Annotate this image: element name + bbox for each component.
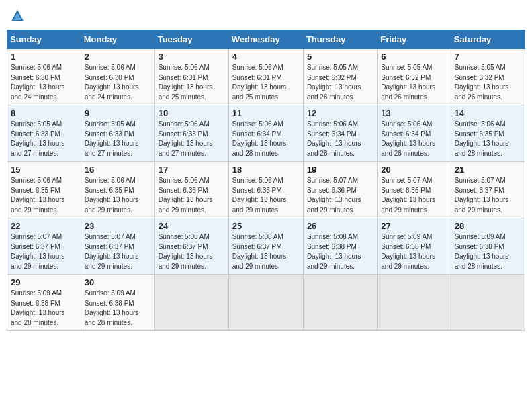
day-info: Sunrise: 5:06 AM Sunset: 6:33 PM Dayligh…: [159, 120, 225, 158]
day-info: Sunrise: 5:08 AM Sunset: 6:37 PM Dayligh…: [159, 232, 225, 271]
calendar-cell: 21Sunrise: 5:07 AM Sunset: 6:37 PM Dayli…: [451, 162, 525, 218]
calendar-cell: 27Sunrise: 5:09 AM Sunset: 6:38 PM Dayli…: [378, 218, 451, 275]
day-info: Sunrise: 5:06 AM Sunset: 6:35 PM Dayligh…: [11, 176, 77, 215]
calendar-cell: 28Sunrise: 5:09 AM Sunset: 6:38 PM Dayli…: [451, 218, 525, 275]
calendar-cell: [451, 275, 525, 331]
day-info: Sunrise: 5:09 AM Sunset: 6:38 PM Dayligh…: [381, 232, 447, 271]
day-number: 10: [159, 108, 225, 118]
calendar-cell: 19Sunrise: 5:07 AM Sunset: 6:36 PM Dayli…: [303, 162, 377, 218]
calendar-cell: 11Sunrise: 5:06 AM Sunset: 6:34 PM Dayli…: [228, 105, 303, 162]
calendar-cell: 7Sunrise: 5:05 AM Sunset: 6:32 PM Daylig…: [451, 49, 525, 105]
day-info: Sunrise: 5:06 AM Sunset: 6:30 PM Dayligh…: [11, 63, 77, 102]
calendar-cell: [154, 275, 228, 331]
weekday-header: Sunday: [7, 30, 81, 49]
day-number: 16: [85, 165, 151, 175]
day-info: Sunrise: 5:08 AM Sunset: 6:37 PM Dayligh…: [232, 232, 300, 271]
day-info: Sunrise: 5:06 AM Sunset: 6:34 PM Dayligh…: [232, 120, 300, 158]
day-number: 7: [455, 52, 521, 62]
calendar-cell: 17Sunrise: 5:06 AM Sunset: 6:36 PM Dayli…: [154, 162, 228, 218]
day-info: Sunrise: 5:06 AM Sunset: 6:30 PM Dayligh…: [85, 63, 151, 102]
day-info: Sunrise: 5:06 AM Sunset: 6:36 PM Dayligh…: [159, 176, 225, 215]
weekday-header: Wednesday: [228, 30, 303, 49]
day-number: 18: [232, 165, 300, 175]
day-number: 21: [455, 165, 521, 175]
calendar-cell: 18Sunrise: 5:06 AM Sunset: 6:36 PM Dayli…: [228, 162, 303, 218]
day-info: Sunrise: 5:05 AM Sunset: 6:32 PM Dayligh…: [455, 63, 521, 102]
day-info: Sunrise: 5:09 AM Sunset: 6:38 PM Dayligh…: [11, 289, 77, 328]
day-info: Sunrise: 5:07 AM Sunset: 6:36 PM Dayligh…: [307, 176, 373, 215]
day-info: Sunrise: 5:06 AM Sunset: 6:31 PM Dayligh…: [159, 63, 225, 102]
calendar-week-row: 22Sunrise: 5:07 AM Sunset: 6:37 PM Dayli…: [7, 218, 525, 275]
day-info: Sunrise: 5:09 AM Sunset: 6:38 PM Dayligh…: [85, 289, 151, 328]
calendar-cell: 13Sunrise: 5:06 AM Sunset: 6:34 PM Dayli…: [378, 105, 451, 162]
day-number: 26: [307, 221, 373, 231]
calendar-cell: 5Sunrise: 5:05 AM Sunset: 6:32 PM Daylig…: [303, 49, 377, 105]
day-number: 8: [11, 108, 77, 118]
calendar-cell: 20Sunrise: 5:07 AM Sunset: 6:36 PM Dayli…: [378, 162, 451, 218]
day-info: Sunrise: 5:06 AM Sunset: 6:34 PM Dayligh…: [381, 120, 447, 158]
day-info: Sunrise: 5:05 AM Sunset: 6:33 PM Dayligh…: [85, 120, 151, 158]
day-number: 6: [381, 52, 447, 62]
calendar-cell: 26Sunrise: 5:08 AM Sunset: 6:38 PM Dayli…: [303, 218, 377, 275]
day-info: Sunrise: 5:07 AM Sunset: 6:37 PM Dayligh…: [85, 232, 151, 271]
day-number: 3: [159, 52, 225, 62]
calendar-cell: 29Sunrise: 5:09 AM Sunset: 6:38 PM Dayli…: [7, 275, 81, 331]
day-info: Sunrise: 5:06 AM Sunset: 6:35 PM Dayligh…: [85, 176, 151, 215]
calendar-cell: 22Sunrise: 5:07 AM Sunset: 6:37 PM Dayli…: [7, 218, 81, 275]
logo-icon: [11, 9, 24, 23]
calendar-week-row: 15Sunrise: 5:06 AM Sunset: 6:35 PM Dayli…: [7, 162, 525, 218]
calendar-cell: 9Sunrise: 5:05 AM Sunset: 6:33 PM Daylig…: [81, 105, 154, 162]
day-number: 19: [307, 165, 373, 175]
day-number: 24: [159, 221, 225, 231]
weekday-header: Tuesday: [154, 30, 228, 49]
day-number: 23: [85, 221, 151, 231]
day-number: 13: [381, 108, 447, 118]
day-number: 4: [232, 52, 300, 62]
calendar-cell: [228, 275, 303, 331]
calendar-cell: 23Sunrise: 5:07 AM Sunset: 6:37 PM Dayli…: [81, 218, 154, 275]
calendar-cell: 8Sunrise: 5:05 AM Sunset: 6:33 PM Daylig…: [7, 105, 81, 162]
calendar-cell: 6Sunrise: 5:05 AM Sunset: 6:32 PM Daylig…: [378, 49, 451, 105]
day-number: 30: [85, 277, 151, 287]
calendar-cell: 14Sunrise: 5:06 AM Sunset: 6:35 PM Dayli…: [451, 105, 525, 162]
day-info: Sunrise: 5:05 AM Sunset: 6:33 PM Dayligh…: [11, 120, 77, 158]
day-number: 22: [11, 221, 77, 231]
calendar-cell: 30Sunrise: 5:09 AM Sunset: 6:38 PM Dayli…: [81, 275, 154, 331]
day-info: Sunrise: 5:08 AM Sunset: 6:38 PM Dayligh…: [307, 232, 373, 271]
calendar-cell: 25Sunrise: 5:08 AM Sunset: 6:37 PM Dayli…: [228, 218, 303, 275]
calendar-header: SundayMondayTuesdayWednesdayThursdayFrid…: [7, 30, 525, 49]
day-number: 1: [11, 52, 77, 62]
calendar-cell: 16Sunrise: 5:06 AM Sunset: 6:35 PM Dayli…: [81, 162, 154, 218]
day-info: Sunrise: 5:05 AM Sunset: 6:32 PM Dayligh…: [381, 63, 447, 102]
day-number: 11: [232, 108, 300, 118]
day-number: 14: [455, 108, 521, 118]
calendar-cell: 3Sunrise: 5:06 AM Sunset: 6:31 PM Daylig…: [154, 49, 228, 105]
day-info: Sunrise: 5:07 AM Sunset: 6:37 PM Dayligh…: [455, 176, 521, 215]
calendar-cell: 15Sunrise: 5:06 AM Sunset: 6:35 PM Dayli…: [7, 162, 81, 218]
day-info: Sunrise: 5:06 AM Sunset: 6:34 PM Dayligh…: [307, 120, 373, 158]
logo: [11, 9, 26, 23]
weekday-header: Saturday: [451, 30, 525, 49]
day-info: Sunrise: 5:06 AM Sunset: 6:36 PM Dayligh…: [232, 176, 300, 215]
day-number: 5: [307, 52, 373, 62]
day-info: Sunrise: 5:07 AM Sunset: 6:36 PM Dayligh…: [381, 176, 447, 215]
day-number: 17: [159, 165, 225, 175]
calendar-cell: [303, 275, 377, 331]
weekday-header: Friday: [378, 30, 451, 49]
weekday-header: Monday: [81, 30, 154, 49]
day-number: 2: [85, 52, 151, 62]
day-number: 15: [11, 165, 77, 175]
calendar-cell: 1Sunrise: 5:06 AM Sunset: 6:30 PM Daylig…: [7, 49, 81, 105]
calendar-week-row: 8Sunrise: 5:05 AM Sunset: 6:33 PM Daylig…: [7, 105, 525, 162]
calendar-cell: 12Sunrise: 5:06 AM Sunset: 6:34 PM Dayli…: [303, 105, 377, 162]
day-number: 29: [11, 277, 77, 287]
calendar-cell: 2Sunrise: 5:06 AM Sunset: 6:30 PM Daylig…: [81, 49, 154, 105]
calendar-table: SundayMondayTuesdayWednesdayThursdayFrid…: [7, 30, 525, 331]
day-number: 27: [381, 221, 447, 231]
day-info: Sunrise: 5:05 AM Sunset: 6:32 PM Dayligh…: [307, 63, 373, 102]
page-header: [7, 7, 525, 26]
calendar-week-row: 1Sunrise: 5:06 AM Sunset: 6:30 PM Daylig…: [7, 49, 525, 105]
calendar-cell: [378, 275, 451, 331]
calendar-body: 1Sunrise: 5:06 AM Sunset: 6:30 PM Daylig…: [7, 49, 525, 331]
calendar-cell: 24Sunrise: 5:08 AM Sunset: 6:37 PM Dayli…: [154, 218, 228, 275]
